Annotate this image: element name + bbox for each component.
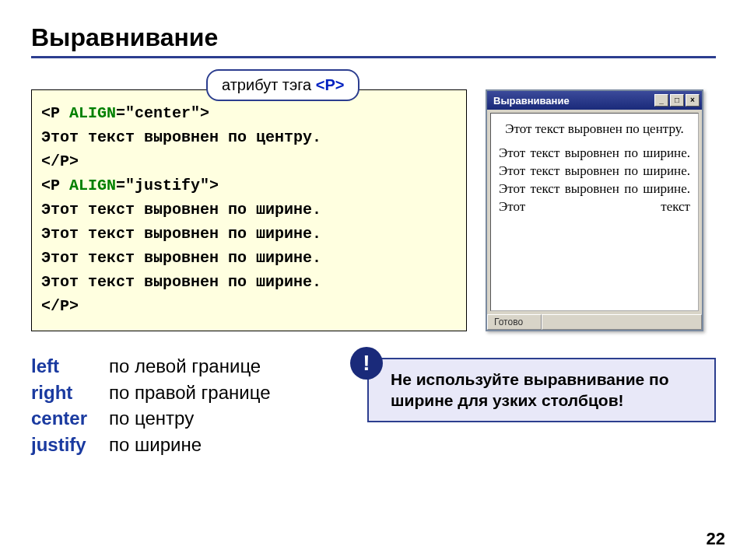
status-text: Готово bbox=[487, 314, 542, 330]
legend-item-center: centerпо центру bbox=[31, 405, 327, 432]
warning-text: Не используйте выравнивание по ширине дл… bbox=[367, 358, 716, 422]
warning: ! Не используйте выравнивание по ширине … bbox=[350, 358, 716, 422]
code-l7: Этот текст выровнен по ширине. bbox=[41, 249, 321, 267]
code-box: <P ALIGN="center"> Этот текст выровнен п… bbox=[31, 89, 467, 331]
status-spacer bbox=[542, 314, 702, 330]
legend-desc: по правой границе bbox=[109, 382, 271, 403]
titlebar-buttons: _ □ × bbox=[654, 94, 700, 107]
maximize-button[interactable]: □ bbox=[670, 94, 684, 107]
code-l1b: ALIGN bbox=[69, 104, 116, 122]
legend: leftпо левой границе rightпо правой гран… bbox=[31, 353, 327, 457]
code-l6: Этот текст выровнен по ширине. bbox=[41, 225, 321, 243]
code-l5: Этот текст выровнен по ширине. bbox=[41, 201, 321, 219]
legend-item-right: rightпо правой границе bbox=[31, 380, 327, 406]
window-title: Выравнивание bbox=[493, 95, 570, 107]
minimize-button[interactable]: _ bbox=[654, 94, 668, 107]
callout-tag: <P> bbox=[316, 76, 345, 93]
callout-label: атрибут тэга bbox=[222, 76, 316, 93]
titlebar[interactable]: Выравнивание _ □ × bbox=[487, 91, 702, 110]
code-l9: </P> bbox=[41, 297, 79, 315]
warning-badge-icon: ! bbox=[350, 347, 383, 380]
legend-kw: center bbox=[31, 405, 109, 432]
legend-desc: по левой границе bbox=[109, 355, 261, 376]
callout: атрибут тэга <P> bbox=[206, 69, 359, 101]
main-row: <P ALIGN="center"> Этот текст выровнен п… bbox=[31, 89, 716, 331]
legend-item-justify: justifyпо ширине bbox=[31, 432, 327, 458]
page-title: Выравнивание bbox=[31, 23, 716, 52]
window-content: Этот текст выровнен по центру. Этот текс… bbox=[490, 113, 699, 311]
code-l4c: ="justify"> bbox=[116, 177, 219, 194]
page-number: 22 bbox=[707, 529, 725, 549]
code-l1a: <P bbox=[41, 104, 69, 122]
statusbar: Готово bbox=[487, 314, 702, 330]
slide: Выравнивание атрибут тэга <P> <P ALIGN="… bbox=[0, 0, 747, 473]
legend-item-left: leftпо левой границе bbox=[31, 353, 327, 380]
legend-kw: justify bbox=[31, 432, 109, 458]
code-l1c: ="center"> bbox=[116, 104, 209, 122]
bottom-row: leftпо левой границе rightпо правой гран… bbox=[31, 353, 716, 457]
legend-kw: right bbox=[31, 380, 109, 406]
legend-desc: по центру bbox=[109, 408, 194, 429]
title-underline bbox=[31, 56, 716, 58]
code-l4a: <P bbox=[41, 177, 69, 194]
legend-kw: left bbox=[31, 353, 109, 380]
preview-window: Выравнивание _ □ × Этот текст выровнен п… bbox=[486, 89, 703, 331]
close-button[interactable]: × bbox=[686, 94, 700, 107]
legend-desc: по ширине bbox=[109, 434, 202, 455]
code-l2: Этот текст выровнен по центру. bbox=[41, 128, 321, 146]
preview-justify-text: Этот текст выровнен по ширине. Этот текс… bbox=[499, 145, 690, 216]
code-l8: Этот текст выровнен по ширине. bbox=[41, 273, 321, 291]
code-l4b: ALIGN bbox=[69, 177, 116, 194]
preview-center-text: Этот текст выровнен по центру. bbox=[499, 121, 690, 137]
code-l3: </P> bbox=[41, 152, 79, 170]
